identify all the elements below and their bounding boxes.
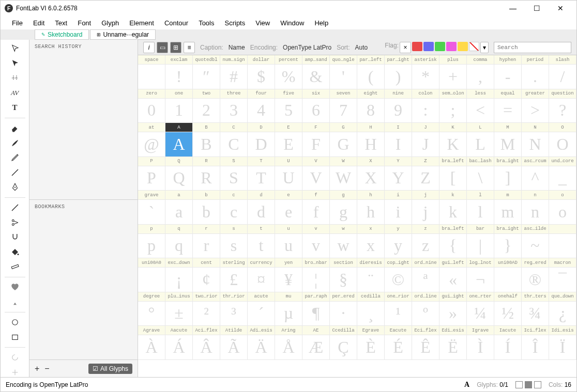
glyph-cell[interactable]: XX <box>357 157 385 191</box>
glyph-cell[interactable]: SS <box>220 157 248 191</box>
glyph-cell[interactable]: two2 <box>193 89 220 123</box>
glyph-cell[interactable]: thr…ters¾ <box>522 292 549 326</box>
glyph-cell[interactable]: uni00A0 <box>138 258 165 292</box>
menu-view[interactable]: View <box>250 17 275 29</box>
remove-button[interactable]: − <box>44 364 49 373</box>
glyph-cell[interactable]: AtildeÃ <box>220 326 248 360</box>
glyph-cell[interactable]: five5 <box>275 89 302 123</box>
glyph-cell[interactable]: Ici…flexÎ <box>522 326 549 360</box>
magnet-tool[interactable] <box>9 232 21 242</box>
glyph-cell[interactable]: log…lnot¬ <box>467 258 494 292</box>
glyph-cell[interactable]: six6 <box>302 89 330 123</box>
glyph-cell[interactable]: amp…sand& <box>302 55 330 89</box>
glyph-cell[interactable]: period. <box>522 55 549 89</box>
view-compact-button[interactable]: ≡ <box>184 42 195 53</box>
glyph-cell[interactable]: aa <box>165 191 193 225</box>
menu-window[interactable]: Window <box>275 17 309 29</box>
menu-font[interactable]: Font <box>72 17 96 29</box>
glyph-cell[interactable]: CcedillaÇ <box>330 326 357 360</box>
glyph-cell[interactable]: IacuteÍ <box>494 326 522 360</box>
glyph-cell[interactable]: sem…olon; <box>439 89 467 123</box>
glyph-cell[interactable]: YY <box>385 157 412 191</box>
glyph-cell[interactable]: gg <box>330 191 357 225</box>
glyph-cell[interactable]: degree° <box>138 292 165 326</box>
glyph-cell[interactable]: und…core_ <box>549 157 576 191</box>
glyph-cell[interactable]: ord…lineº <box>412 292 439 326</box>
menu-element[interactable]: Element <box>124 17 159 29</box>
glyph-cell[interactable]: uni00AD <box>494 258 522 292</box>
tab-font[interactable]: ⊞Unname···egular <box>90 29 156 40</box>
glyph-cell[interactable]: dollar$ <box>248 55 275 89</box>
view-grid-button[interactable]: ⊞ <box>170 42 181 53</box>
encoding-value[interactable]: OpenType LatPro <box>283 44 331 51</box>
glyph-cell[interactable]: zero0 <box>138 89 165 123</box>
flag-dropdown[interactable]: ▾ <box>480 42 489 53</box>
menu-file[interactable]: File <box>7 17 28 29</box>
glyph-cell[interactable]: acute´ <box>248 292 275 326</box>
glyph-cell[interactable]: num…sign# <box>220 55 248 89</box>
glyph-cell[interactable]: EE <box>275 123 302 157</box>
glyph-cell[interactable]: onehalf½ <box>494 292 522 326</box>
glyph-cell[interactable]: plu…inus± <box>165 292 193 326</box>
glyph-cell[interactable]: hyphen- <box>494 55 522 89</box>
glyph-cell[interactable]: HH <box>357 123 385 157</box>
glyph-cell[interactable]: gui…ight» <box>439 292 467 326</box>
glyph-cell[interactable]: BB <box>193 123 220 157</box>
view-small-button[interactable] <box>515 381 523 388</box>
glyph-cell[interactable]: Edi…esisË <box>439 326 467 360</box>
glyph-cell[interactable]: uu <box>275 225 302 259</box>
glyph-cell[interactable]: ZZ <box>412 157 439 191</box>
glyph-cell[interactable]: oo <box>549 191 576 225</box>
glyph-cell[interactable]: nine9 <box>385 89 412 123</box>
glyph-cell[interactable]: bac…lash\ <box>467 157 494 191</box>
glyph-cell[interactable]: EacuteÉ <box>385 326 412 360</box>
glyph-cell[interactable]: Eci…flexÊ <box>412 326 439 360</box>
glyph-cell[interactable]: exc…down¡ <box>165 258 193 292</box>
glyph-cell[interactable]: VV <box>302 157 330 191</box>
glyph-cell[interactable]: MM <box>494 123 522 157</box>
glyph-cell[interactable]: EgraveÈ <box>357 326 385 360</box>
glyph-cell[interactable]: KK <box>439 123 467 157</box>
glyph-cell[interactable]: Adi…esisÄ <box>248 326 275 360</box>
glyph-cell[interactable]: two…rior² <box>193 292 220 326</box>
glyph-cell[interactable]: per…ered· <box>330 292 357 326</box>
glyph-cell[interactable]: ll <box>467 191 494 225</box>
menu-scripts[interactable]: Scripts <box>220 17 251 29</box>
text-tool[interactable]: T <box>9 103 21 113</box>
flag-none-swatch[interactable] <box>469 42 479 51</box>
glyph-cell[interactable]: kk <box>439 191 467 225</box>
glyph-cell[interactable]: TT <box>248 157 275 191</box>
glyph-cell[interactable]: currency¤ <box>248 258 275 292</box>
glyph-cell[interactable]: Aci…flexÂ <box>193 326 220 360</box>
brush-tool[interactable] <box>9 138 21 148</box>
glyph-cell[interactable]: JJ <box>412 123 439 157</box>
glyph-cell[interactable]: exclam! <box>165 55 193 89</box>
glyph-cell[interactable]: rr <box>193 225 220 259</box>
glyph-cell[interactable]: par…ight) <box>385 55 412 89</box>
glyph-cell[interactable]: cent¢ <box>193 258 220 292</box>
glyph-cell[interactable]: percent% <box>275 55 302 89</box>
glyph-cell[interactable]: three3 <box>220 89 248 123</box>
knife-tool[interactable] <box>9 203 21 213</box>
glyph-cell[interactable]: plus+ <box>439 55 467 89</box>
glyph-cell[interactable]: WW <box>330 157 357 191</box>
glyph-cell[interactable]: AgraveÀ <box>138 326 165 360</box>
glyph-cell[interactable]: bra…left{ <box>439 225 467 259</box>
glyph-cell[interactable]: one…rter¼ <box>467 292 494 326</box>
glyph-cell[interactable]: reg…ered® <box>522 258 549 292</box>
pencil-tool[interactable] <box>9 153 21 163</box>
glyph-cell[interactable]: IgraveÌ <box>467 326 494 360</box>
metrics-tool[interactable]: AV <box>9 88 21 98</box>
minimize-button[interactable]: — <box>501 1 525 16</box>
rotate-tool[interactable] <box>9 353 21 363</box>
glyph-cell[interactable]: thr…rior³ <box>220 292 248 326</box>
rectangle-tool[interactable] <box>9 332 21 342</box>
glyph-cell[interactable]: bro…nbar¦ <box>302 258 330 292</box>
glyph-cell[interactable]: tt <box>248 225 275 259</box>
flag-swatch[interactable] <box>423 42 434 51</box>
glyph-cell[interactable]: DD <box>248 123 275 157</box>
glyph-cell[interactable]: dieresis¨ <box>357 258 385 292</box>
ruler-tool[interactable] <box>9 262 21 272</box>
menu-tools[interactable]: Tools <box>193 17 219 29</box>
view-list-button[interactable]: ▭ <box>157 42 168 53</box>
